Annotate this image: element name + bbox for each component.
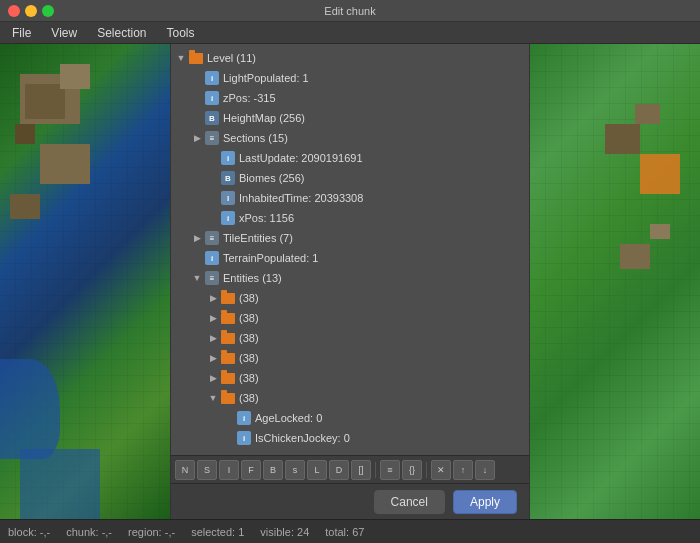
expand-arrow-icon[interactable]: ▶: [191, 132, 203, 144]
arrow-placeholder-icon: [207, 152, 219, 164]
toolbar-float-btn[interactable]: F: [241, 460, 261, 480]
status-bar: block: -,- chunk: -,- region: -,- select…: [0, 519, 700, 543]
tree-item[interactable]: ▶(38): [171, 288, 529, 308]
tree-item[interactable]: ixPos: 1156: [171, 208, 529, 228]
list-icon: ≡: [205, 131, 219, 145]
tree-item[interactable]: iTerrainPopulated: 1: [171, 248, 529, 268]
int-icon: i: [205, 91, 219, 105]
window-title: Edit chunk: [324, 5, 375, 17]
tree-item-label: LastUpdate: 2090191691: [239, 152, 363, 164]
toolbar-arr-btn[interactable]: []: [351, 460, 371, 480]
toolbar-int-btn[interactable]: I: [219, 460, 239, 480]
tree-item[interactable]: iAgeLocked: 0: [171, 408, 529, 428]
tree-item-label: (38): [239, 392, 259, 404]
tree-container[interactable]: ▼Level (11) iLightPopulated: 1 izPos: -3…: [171, 44, 529, 455]
map-right: [530, 44, 700, 519]
arrow-placeholder-icon: [191, 252, 203, 264]
int-icon: i: [221, 151, 235, 165]
toolbar-byte-btn[interactable]: B: [263, 460, 283, 480]
expand-arrow-icon[interactable]: ▶: [207, 332, 219, 344]
cancel-button[interactable]: Cancel: [374, 490, 445, 514]
byteArr-icon: B: [205, 111, 219, 125]
expand-arrow-icon[interactable]: ▼: [175, 52, 187, 64]
map-left: [0, 44, 170, 519]
toolbar-list-btn[interactable]: ≡: [380, 460, 400, 480]
arrow-placeholder-icon: [223, 432, 235, 444]
expand-arrow-icon[interactable]: ▶: [207, 372, 219, 384]
tree-item[interactable]: iLightPopulated: 1: [171, 68, 529, 88]
expand-arrow-icon[interactable]: ▶: [207, 352, 219, 364]
status-region: region: -,-: [128, 526, 175, 538]
tree-item-label: IsChickenJockey: 0: [255, 432, 350, 444]
expand-arrow-icon[interactable]: ▼: [207, 392, 219, 404]
menu-file[interactable]: File: [8, 24, 35, 42]
toolbar-del-btn[interactable]: ✕: [431, 460, 451, 480]
edit-panel: ▼Level (11) iLightPopulated: 1 izPos: -3…: [170, 44, 530, 519]
menu-view[interactable]: View: [47, 24, 81, 42]
arrow-placeholder-icon: [191, 92, 203, 104]
tree-item[interactable]: ▶≡TileEntities (7): [171, 228, 529, 248]
arrow-placeholder-icon: [191, 112, 203, 124]
toolbar-sep-1: [375, 462, 376, 478]
menu-selection[interactable]: Selection: [93, 24, 150, 42]
arrow-placeholder-icon: [223, 412, 235, 424]
menu-tools[interactable]: Tools: [163, 24, 199, 42]
tree-item[interactable]: ▼Level (11): [171, 48, 529, 68]
tree-item[interactable]: ▶(38): [171, 348, 529, 368]
toolbar-dn-btn[interactable]: ↓: [475, 460, 495, 480]
tree-item-label: (38): [239, 332, 259, 344]
toolbar-sep-2: [426, 462, 427, 478]
tree-item[interactable]: BHeightMap (256): [171, 108, 529, 128]
tree-item[interactable]: lInhabitedTime: 20393308: [171, 188, 529, 208]
expand-arrow-icon[interactable]: ▶: [207, 312, 219, 324]
apply-button[interactable]: Apply: [453, 490, 517, 514]
tree-item[interactable]: ▶(38): [171, 308, 529, 328]
toolbar-short-btn[interactable]: s: [285, 460, 305, 480]
traffic-lights: [8, 5, 54, 17]
toolbar-compound-btn[interactable]: {}: [402, 460, 422, 480]
tree-item-label: Sections (15): [223, 132, 288, 144]
int-icon: i: [221, 211, 235, 225]
tree-item[interactable]: izPos: -315: [171, 88, 529, 108]
tree-item-label: HeightMap (256): [223, 112, 305, 124]
folder-icon: [189, 53, 203, 64]
tree-item-label: xPos: 1156: [239, 212, 294, 224]
folder-icon: [221, 333, 235, 344]
close-button[interactable]: [8, 5, 20, 17]
expand-arrow-icon[interactable]: ▶: [191, 232, 203, 244]
menu-bar: File View Selection Tools: [0, 22, 700, 44]
main-layout: ▼Level (11) iLightPopulated: 1 izPos: -3…: [0, 44, 700, 519]
tree-item[interactable]: iLastUpdate: 2090191691: [171, 148, 529, 168]
int-icon: i: [205, 251, 219, 265]
status-chunk: chunk: -,-: [66, 526, 112, 538]
expand-arrow-icon[interactable]: ▶: [207, 292, 219, 304]
arrow-placeholder-icon: [207, 192, 219, 204]
tree-item[interactable]: ▼(38): [171, 388, 529, 408]
maximize-button[interactable]: [42, 5, 54, 17]
folder-icon: [221, 313, 235, 324]
tree-item[interactable]: BBiomes (256): [171, 168, 529, 188]
status-block: block: -,-: [8, 526, 50, 538]
toolbar: N S I F B s L D [] ≡ {} ✕ ↑ ↓: [171, 455, 529, 483]
toolbar-up-btn[interactable]: ↑: [453, 460, 473, 480]
tree-item[interactable]: ▶(38): [171, 368, 529, 388]
expand-arrow-icon[interactable]: ▼: [191, 272, 203, 284]
toolbar-str-btn[interactable]: S: [197, 460, 217, 480]
folder-icon: [221, 293, 235, 304]
tree-item[interactable]: iIsChickenJockey: 0: [171, 428, 529, 448]
tree-item[interactable]: ▶(38): [171, 328, 529, 348]
arrow-placeholder-icon: [207, 172, 219, 184]
tree-item-label: (38): [239, 352, 259, 364]
toolbar-long-btn[interactable]: L: [307, 460, 327, 480]
chunk-highlight: [640, 154, 680, 194]
folder-icon: [221, 393, 235, 404]
toolbar-double-btn[interactable]: D: [329, 460, 349, 480]
toolbar-nbt-btn[interactable]: N: [175, 460, 195, 480]
int-icon: i: [205, 71, 219, 85]
arrow-placeholder-icon: [207, 212, 219, 224]
minimize-button[interactable]: [25, 5, 37, 17]
arrow-placeholder-icon: [191, 72, 203, 84]
tree-item[interactable]: ▶≡Sections (15): [171, 128, 529, 148]
tree-item-label: (38): [239, 372, 259, 384]
tree-item[interactable]: ▼≡Entities (13): [171, 268, 529, 288]
